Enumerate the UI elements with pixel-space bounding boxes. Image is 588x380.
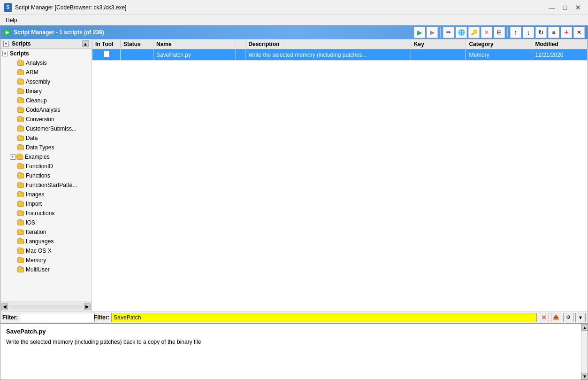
tree-scroll-up[interactable]: ▲ — [82, 40, 89, 47]
tree-item-label: Scripts — [10, 50, 29, 57]
tree-item-label: Assembly — [26, 78, 50, 85]
close-button[interactable]: ✕ — [572, 3, 584, 12]
tree-item[interactable]: Functions — [0, 171, 92, 180]
cell-name: SavePatch.py — [153, 49, 236, 61]
folder-icon — [17, 70, 24, 75]
col-header-status: Status — [121, 39, 153, 49]
tree-item-label: ARM — [26, 69, 38, 76]
minimize-button[interactable]: — — [546, 3, 558, 12]
right-filter-dropdown[interactable]: ▼ — [575, 313, 586, 322]
right-filter-label: Filter: — [94, 314, 109, 321]
window-title: Script Manager [CodeBrowser: ck3;/ck3.ex… — [15, 4, 126, 11]
table-scroll[interactable]: In Tool Status Name Description Key Cate… — [92, 39, 588, 311]
cell-category: Memory — [466, 49, 532, 61]
tree-item[interactable]: Mac OS X — [0, 246, 92, 256]
script-manager-title: Script Manager - 1 scripts (of 239) — [14, 29, 104, 36]
right-filter-clear[interactable]: ✕ — [539, 313, 549, 322]
edit-button[interactable]: ✏ — [443, 27, 454, 38]
tree-item[interactable]: Data — [0, 133, 92, 143]
tree-item[interactable]: Import — [0, 199, 92, 209]
add-button[interactable]: + — [561, 27, 572, 38]
maximize-button[interactable]: □ — [559, 3, 571, 12]
left-filter-input[interactable] — [20, 313, 95, 322]
tree-item[interactable]: Images — [0, 190, 92, 199]
folder-icon — [17, 164, 24, 169]
intool-checkbox[interactable] — [103, 51, 110, 57]
refresh-button[interactable]: ↻ — [535, 27, 547, 38]
tree-item-label: Data Types — [26, 144, 54, 151]
tree-item[interactable]: Conversion — [0, 115, 92, 124]
tree-item[interactable]: CustomerSubmiss... — [0, 124, 92, 133]
tree-item-label: CustomerSubmiss... — [26, 125, 76, 132]
expand-icon[interactable]: + — [10, 154, 15, 160]
tree-scroll-right[interactable]: ▶ — [84, 303, 91, 310]
close-panel-button[interactable]: ✕ — [573, 27, 585, 38]
tree-item[interactable]: Assembly — [0, 77, 92, 86]
col-header-category: Category — [466, 39, 532, 49]
tree-item[interactable]: MultiUser — [0, 265, 92, 274]
tree-item[interactable]: Binary — [0, 86, 92, 96]
tree-item[interactable]: +Examples — [0, 152, 92, 162]
export-button[interactable]: ↓ — [523, 27, 534, 38]
tree-item[interactable]: FunctionStartPatte... — [0, 180, 92, 190]
tree-item-label: MultiUser — [26, 266, 50, 273]
tree-item[interactable]: ▼Scripts — [0, 49, 92, 58]
tree-item[interactable]: ARM — [0, 68, 92, 77]
tree-item[interactable]: FunctionID — [0, 162, 92, 171]
tree-item-label: Iteration — [26, 229, 46, 235]
cell-intool[interactable] — [92, 49, 121, 61]
tree-content[interactable]: ▼ScriptsAnalysisARMAssemblyBinaryCleanup… — [0, 49, 92, 302]
left-filter-label: Filter: — [2, 314, 18, 321]
right-filter-input[interactable] — [111, 313, 537, 322]
folder-icon — [17, 183, 24, 188]
tree-item[interactable]: Data Types — [0, 143, 92, 152]
tree-item[interactable]: Analysis — [0, 58, 92, 68]
tree-scroll-left[interactable]: ◀ — [1, 303, 8, 310]
tree-item[interactable]: Iteration — [0, 227, 92, 237]
tree-item[interactable]: Cleanup — [0, 96, 92, 105]
tree-item-label: Data — [26, 135, 38, 141]
cell-status — [121, 49, 153, 61]
app-icon: S — [4, 3, 12, 12]
folder-icon — [17, 98, 24, 103]
list-button[interactable]: ≡ — [548, 27, 559, 38]
tree-item-label: Import — [26, 201, 42, 207]
tree-item-label: Conversion — [26, 116, 54, 123]
tree-item[interactable]: Memory — [0, 256, 92, 265]
folder-icon — [17, 248, 24, 254]
globe-button[interactable]: 🌐 — [456, 27, 467, 38]
run-button[interactable]: ▶ — [414, 27, 425, 38]
right-filter-export[interactable]: 📤 — [551, 313, 561, 322]
menu-help[interactable]: Help — [2, 16, 21, 24]
desc-scroll-up[interactable]: ▲ — [581, 324, 588, 331]
import-button[interactable]: ↑ — [510, 27, 521, 38]
pin-button[interactable]: ⊟ — [494, 27, 505, 38]
desc-scroll-down[interactable]: ▼ — [581, 373, 588, 380]
cell-icon — [236, 49, 245, 61]
folder-icon — [17, 108, 24, 113]
tree-hscroll-track — [9, 305, 83, 309]
description-panel: SavePatch.py Write the selected memory (… — [0, 323, 588, 380]
tree-item[interactable]: CodeAnalysis — [0, 105, 92, 115]
tree-item-label: iOS — [26, 219, 35, 226]
tree-item[interactable]: Instructions — [0, 209, 92, 218]
window-title-bar: ▶ Script Manager - 1 scripts (of 239) ▶ … — [0, 26, 588, 39]
tree-header-label: Scripts — [12, 40, 31, 47]
tree-root-expand[interactable]: ▼ — [3, 41, 9, 47]
run-pause-button[interactable]: ▶ — [427, 27, 438, 38]
table-row[interactable]: SavePatch.py Write the selected memory (… — [92, 49, 588, 61]
expand-icon[interactable]: ▼ — [2, 51, 8, 56]
key-button[interactable]: 🔑 — [468, 27, 480, 38]
tree-item[interactable]: iOS — [0, 218, 92, 227]
tree-item-label: FunctionID — [26, 163, 53, 170]
folder-icon — [17, 258, 24, 263]
tree-item-label: CodeAnalysis — [26, 107, 60, 113]
folder-icon — [17, 126, 24, 132]
cell-modified: 12/21/2020 — [532, 49, 588, 61]
tree-item-label: Mac OS X — [26, 248, 52, 254]
right-filter-settings[interactable]: ⚙ — [563, 313, 573, 322]
folder-icon — [17, 202, 24, 207]
folder-icon — [17, 192, 24, 197]
tree-item[interactable]: Languages — [0, 237, 92, 246]
delete-button[interactable]: ✕ — [481, 27, 492, 38]
